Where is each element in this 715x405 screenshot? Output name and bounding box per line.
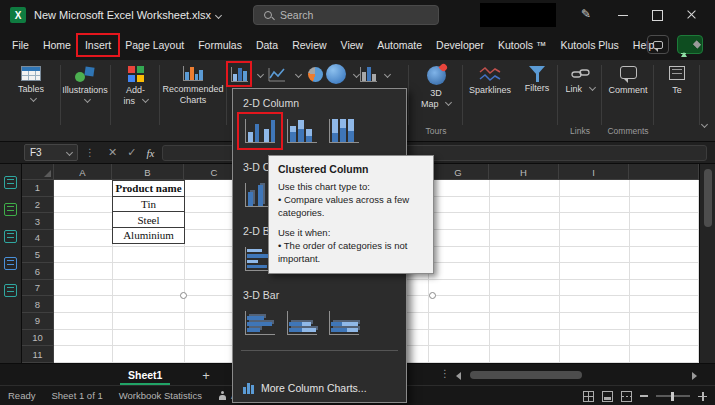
3d-map-button[interactable]: 3DMap <box>412 63 460 125</box>
select-all-corner[interactable] <box>22 164 54 180</box>
page-layout-view-button[interactable] <box>602 391 613 402</box>
column-header-blank[interactable] <box>629 164 699 180</box>
text-button[interactable]: Te <box>656 63 698 125</box>
cell-b1[interactable]: Product name <box>112 180 185 197</box>
search-box[interactable]: Search <box>253 5 439 25</box>
menu-item-view[interactable]: View <box>334 35 371 55</box>
cell-b3[interactable]: Steel <box>112 211 185 228</box>
add-ins-button[interactable]: Add-ins <box>113 63 158 125</box>
kutools-pane-icon-4[interactable] <box>4 257 17 270</box>
column-header-g[interactable]: G <box>428 164 489 180</box>
menu-item-automate[interactable]: Automate <box>370 35 429 55</box>
recommended-charts-button[interactable]: RecommendedCharts <box>162 63 224 125</box>
comment-icon <box>620 66 637 79</box>
menu-item-data[interactable]: Data <box>249 35 285 55</box>
chart-selection-handle-left[interactable] <box>180 292 187 299</box>
tables-button[interactable]: Tables <box>6 63 56 125</box>
menu-item-kutools[interactable]: Kutools ™ <box>491 35 553 55</box>
collapse-ribbon-chevron-icon[interactable] <box>701 121 708 128</box>
sparklines-button[interactable]: Sparklines <box>465 63 515 125</box>
page-break-preview-button[interactable] <box>621 391 632 402</box>
stacked-column-option[interactable] <box>281 114 323 148</box>
row-header-9[interactable]: 9 <box>22 313 54 330</box>
column-header-b[interactable]: B <box>112 164 184 180</box>
row-header-10[interactable]: 10 <box>22 330 54 347</box>
row-header-4[interactable]: 4 <box>22 230 54 247</box>
pen-icon[interactable] <box>581 7 591 21</box>
insert-map-chart-button[interactable] <box>326 62 359 86</box>
more-column-charts-item[interactable]: More Column Charts... <box>233 375 406 400</box>
close-button[interactable] <box>679 0 703 30</box>
normal-view-button[interactable] <box>583 391 594 402</box>
scroll-right-arrow-icon[interactable] <box>692 372 697 380</box>
add-sheet-button[interactable] <box>198 367 214 383</box>
share-button[interactable] <box>677 35 703 54</box>
comment-button[interactable]: Comment <box>604 63 652 125</box>
row-header-11[interactable]: 11 <box>22 346 54 363</box>
title-chevron-down-icon[interactable] <box>215 11 222 18</box>
100-stacked-column-option[interactable] <box>323 114 365 148</box>
horizontal-scrollbar-thumb[interactable] <box>470 371 582 379</box>
row-header-3[interactable]: 3 <box>22 213 54 230</box>
column-header-h[interactable]: H <box>489 164 559 180</box>
kutools-pane-icon-5[interactable] <box>4 284 17 297</box>
pivot-chart-icon <box>360 67 377 82</box>
3d-clustered-bar-option[interactable] <box>239 306 281 340</box>
horizontal-scrollbar[interactable] <box>456 370 697 380</box>
menu-item-kutools-plus[interactable]: Kutools Plus <box>553 35 625 55</box>
tooltip-intro: Use this chart type to: <box>278 181 424 194</box>
cancel-entry-button[interactable]: ✕ <box>108 146 117 159</box>
column-header-i[interactable]: I <box>559 164 629 180</box>
row-header-8[interactable]: 8 <box>22 296 54 313</box>
row-header-2[interactable]: 2 <box>22 197 54 214</box>
cell-b4[interactable]: Aluminium <box>112 227 185 244</box>
3d-100-stacked-bar-option[interactable] <box>323 306 365 340</box>
minimize-button[interactable] <box>611 0 635 30</box>
maximize-button[interactable] <box>645 0 669 30</box>
menu-item-file[interactable]: File <box>5 35 36 55</box>
insert-pie-chart-button[interactable] <box>304 63 326 85</box>
scroll-left-arrow-icon[interactable] <box>456 372 461 380</box>
vertical-scrollbar[interactable] <box>699 164 715 363</box>
sheet-tab-sheet1[interactable]: Sheet1 <box>112 364 178 386</box>
insert-pivot-chart-button[interactable] <box>360 62 390 86</box>
menu-item-review[interactable]: Review <box>285 35 333 55</box>
chart-selection-handle-right[interactable] <box>429 292 436 299</box>
row-header-5[interactable]: 5 <box>22 247 54 264</box>
menu-item-home[interactable]: Home <box>36 35 78 55</box>
zoom-slider[interactable] <box>656 395 690 397</box>
comments-toggle-button[interactable] <box>647 35 669 54</box>
filters-button[interactable]: Filters <box>518 63 556 125</box>
sheet-count-label[interactable]: Sheet 1 of 1 <box>51 390 102 401</box>
vertical-scrollbar-thumb[interactable] <box>704 169 712 227</box>
zoom-out-button[interactable] <box>640 395 648 397</box>
insert-column-chart-button[interactable] <box>228 63 250 85</box>
clustered-column-option[interactable] <box>239 114 281 148</box>
cell-b2[interactable]: Tin <box>112 196 185 213</box>
insert-function-button[interactable]: fx <box>146 147 154 159</box>
menu-item-developer[interactable]: Developer <box>429 35 491 55</box>
confirm-entry-button[interactable]: ✓ <box>127 146 136 159</box>
100-stacked-column-icon <box>329 119 359 143</box>
column-header-a[interactable]: A <box>54 164 112 180</box>
workbook-statistics-label[interactable]: Workbook Statistics <box>119 390 202 401</box>
illustrations-button[interactable]: Illustrations <box>62 63 108 125</box>
menu-item-formulas[interactable]: Formulas <box>191 35 249 55</box>
formula-bar-splitter-icon[interactable]: ⋮ <box>85 147 96 158</box>
menu-item-insert[interactable]: Insert <box>78 35 118 55</box>
insert-line-chart-button[interactable] <box>266 63 288 85</box>
tab-options-dots-icon[interactable] <box>440 368 450 379</box>
link-button[interactable]: Link <box>560 63 600 125</box>
zoom-in-button[interactable] <box>698 392 707 401</box>
row-header-1[interactable]: 1 <box>22 180 54 197</box>
kutools-pane-icon-1[interactable] <box>4 176 17 189</box>
kutools-pane-icon-2[interactable] <box>4 203 17 216</box>
tooltip-title: Clustered Column <box>278 163 424 175</box>
menu-item-page-layout[interactable]: Page Layout <box>118 35 191 55</box>
row-header-6[interactable]: 6 <box>22 263 54 280</box>
kutools-pane-icon-3[interactable] <box>4 230 17 243</box>
zoom-slider-handle[interactable] <box>671 392 674 401</box>
row-header-7[interactable]: 7 <box>22 280 54 297</box>
name-box[interactable]: F3 <box>24 144 78 161</box>
3d-stacked-bar-option[interactable] <box>281 306 323 340</box>
